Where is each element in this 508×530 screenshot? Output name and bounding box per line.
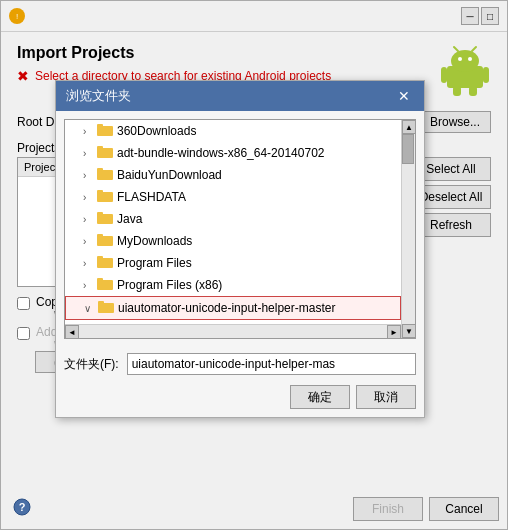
tree-arrow-icon: › [83, 280, 97, 291]
tree-item[interactable]: › FLASHDATA [65, 186, 401, 208]
svg-rect-29 [97, 278, 103, 282]
tree-item[interactable]: › Program Files (x86) [65, 274, 401, 296]
scroll-right-arrow[interactable]: ► [387, 325, 401, 339]
svg-rect-27 [97, 256, 103, 260]
tree-item-label: Program Files [117, 256, 192, 270]
folder-icon [97, 123, 113, 139]
svg-rect-23 [97, 212, 103, 216]
error-icon: ✖ [17, 68, 29, 84]
copy-checkbox[interactable] [17, 297, 30, 310]
svg-point-4 [458, 57, 462, 61]
svg-line-6 [454, 47, 458, 51]
scroll-up-arrow[interactable]: ▲ [402, 120, 416, 134]
folder-icon [97, 255, 113, 271]
app-icon: ! [9, 8, 25, 24]
tree-arrow-icon: › [83, 258, 97, 269]
svg-text:!: ! [16, 12, 18, 21]
vertical-scrollbar[interactable]: ▲ ▼ [401, 120, 415, 338]
minimize-button[interactable]: ─ [461, 7, 479, 25]
svg-rect-31 [98, 301, 104, 305]
folder-icon [97, 277, 113, 293]
tree-item-label: MyDownloads [117, 234, 192, 248]
browse-dialog: 浏览文件夹 ✕ › 360Downloads› adt-bundle-windo… [55, 80, 425, 418]
svg-rect-11 [469, 86, 477, 96]
tree-item-label: FLASHDATA [117, 190, 186, 204]
browse-tree[interactable]: › 360Downloads› adt-bundle-windows-x86_6… [64, 119, 416, 339]
tree-arrow-icon: › [83, 126, 97, 137]
browse-button[interactable]: Browse... [419, 111, 491, 133]
folder-icon [98, 300, 114, 316]
scroll-track-h[interactable] [79, 325, 387, 338]
android-logo [439, 44, 491, 99]
tree-item[interactable]: › BaiduYunDownload [65, 164, 401, 186]
title-bar-left: ! [9, 8, 25, 24]
tree-item-label: Program Files (x86) [117, 278, 222, 292]
svg-point-5 [468, 57, 472, 61]
tree-item[interactable]: ∨ uiautomator-unicode-input-helper-maste… [65, 296, 401, 320]
add-checkbox[interactable] [17, 327, 30, 340]
tree-item[interactable]: › MyDownloads [65, 230, 401, 252]
tree-item-label: Java [117, 212, 142, 226]
tree-arrow-icon: ∨ [84, 303, 98, 314]
tree-item-label: BaiduYunDownload [117, 168, 222, 182]
filename-row: 文件夹(F): [56, 347, 424, 381]
tree-item[interactable]: › adt-bundle-windows-x86_64-20140702 [65, 142, 401, 164]
browse-bottom-buttons: 确定 取消 [56, 381, 424, 417]
svg-rect-10 [453, 86, 461, 96]
svg-rect-17 [97, 146, 103, 150]
scroll-thumb-v[interactable] [402, 134, 414, 164]
tree-item-label: uiautomator-unicode-input-helper-master [118, 301, 335, 315]
folder-icon [97, 189, 113, 205]
browse-ok-button[interactable]: 确定 [290, 385, 350, 409]
folder-icon [97, 145, 113, 161]
help-icon-area: ? [13, 498, 31, 519]
tree-arrow-icon: › [83, 148, 97, 159]
dialog-title-section: Import Projects ✖ Select a directory to … [17, 44, 427, 84]
tree-item-label: 360Downloads [117, 124, 196, 138]
scroll-down-arrow[interactable]: ▼ [402, 324, 416, 338]
browse-dialog-title: 浏览文件夹 [66, 87, 131, 105]
scroll-left-arrow[interactable]: ◄ [65, 325, 79, 339]
scroll-track-v[interactable] [402, 134, 415, 324]
svg-point-3 [451, 50, 479, 72]
browse-cancel-button[interactable]: 取消 [356, 385, 416, 409]
svg-line-7 [472, 47, 476, 51]
horizontal-scrollbar[interactable]: ◄ ► [65, 324, 401, 338]
svg-rect-9 [483, 67, 489, 83]
maximize-button[interactable]: □ [481, 7, 499, 25]
tree-content: › 360Downloads› adt-bundle-windows-x86_6… [65, 120, 401, 339]
folder-icon [97, 233, 113, 249]
folder-icon [97, 167, 113, 183]
tree-item[interactable]: › 360Downloads [65, 120, 401, 142]
tree-arrow-icon: › [83, 192, 97, 203]
svg-rect-19 [97, 168, 103, 172]
bottom-buttons: Finish Cancel [353, 497, 499, 521]
tree-arrow-icon: › [83, 214, 97, 225]
dialog-title: Import Projects [17, 44, 427, 62]
tree-arrow-icon: › [83, 170, 97, 181]
browse-title-bar: 浏览文件夹 ✕ [56, 81, 424, 111]
tree-item-label: adt-bundle-windows-x86_64-20140702 [117, 146, 324, 160]
title-bar: ! ─ □ [1, 1, 507, 32]
filename-label: 文件夹(F): [64, 356, 119, 373]
svg-text:?: ? [19, 501, 26, 513]
svg-rect-25 [97, 234, 103, 238]
tree-item[interactable]: › Program Files [65, 252, 401, 274]
svg-rect-15 [97, 124, 103, 128]
tree-item[interactable]: › Java [65, 208, 401, 230]
svg-rect-21 [97, 190, 103, 194]
tree-arrow-icon: › [83, 236, 97, 247]
folder-icon [97, 211, 113, 227]
window-controls: ─ □ [461, 7, 499, 25]
filename-input[interactable] [127, 353, 416, 375]
browse-close-button[interactable]: ✕ [394, 88, 414, 104]
finish-button[interactable]: Finish [353, 497, 423, 521]
svg-rect-8 [441, 67, 447, 83]
cancel-button[interactable]: Cancel [429, 497, 499, 521]
